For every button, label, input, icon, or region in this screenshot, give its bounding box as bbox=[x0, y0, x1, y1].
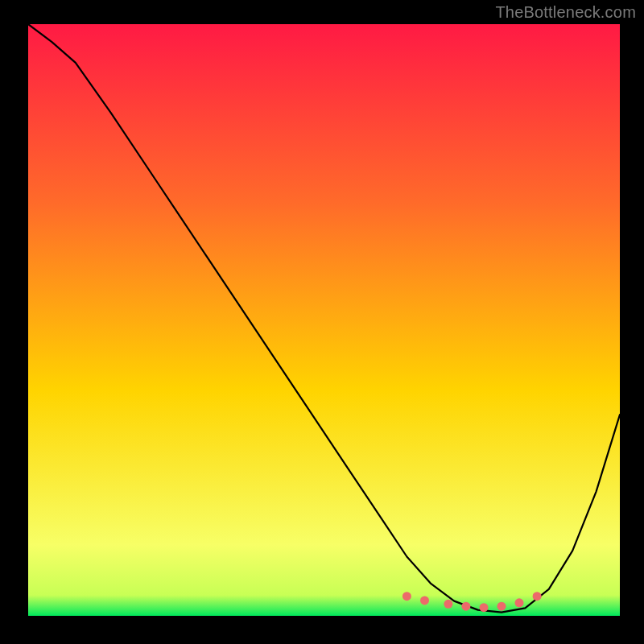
marker-dot bbox=[533, 592, 542, 601]
marker-dot bbox=[444, 600, 452, 609]
marker-dot bbox=[515, 598, 524, 607]
watermark-text: TheBottleneck.com bbox=[495, 3, 636, 22]
marker-dot bbox=[420, 596, 429, 605]
gradient-bg bbox=[28, 24, 620, 616]
chart-svg bbox=[28, 24, 620, 616]
marker-dot bbox=[497, 602, 506, 611]
chart-frame: TheBottleneck.com bbox=[0, 0, 644, 644]
marker-dot bbox=[480, 603, 489, 612]
plot-area bbox=[28, 24, 620, 616]
marker-dot bbox=[402, 592, 411, 601]
marker-dot bbox=[461, 602, 470, 611]
